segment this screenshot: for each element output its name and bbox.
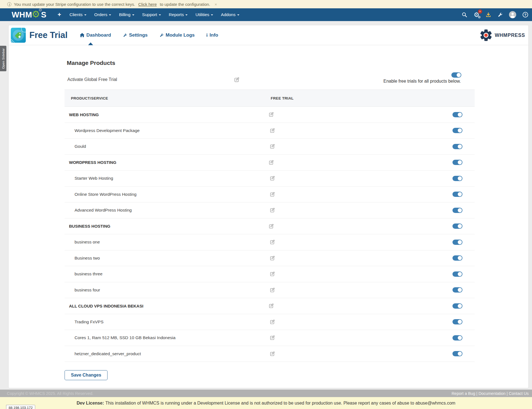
edit-icon[interactable] (270, 144, 275, 149)
column-free-trial: FREE TRIAL (271, 96, 294, 100)
edit-icon[interactable] (270, 287, 275, 293)
table-row: WORDPRESS HOSTING (65, 155, 475, 171)
wrench-icon[interactable] (497, 12, 503, 17)
module-tabs: Dashboard Settings Module Logs i Info (80, 32, 218, 38)
table-row: hetzner_dedicated_server_product (65, 346, 475, 362)
free-trial-toggle[interactable] (452, 351, 462, 356)
product-label: Starter Web Hosting (75, 176, 113, 181)
info-icon: i (206, 32, 208, 38)
menu-addons[interactable]: Addons (217, 8, 243, 21)
footer-link-documentation[interactable]: Documentation (479, 391, 506, 396)
edit-icon[interactable] (270, 255, 275, 261)
tab-settings[interactable]: Settings (123, 32, 148, 38)
module-header: Free Trial Dashboard Settings Module Log… (9, 25, 528, 45)
products-table: PRODUCT/SERVICE FREE TRIAL WEB HOSTING W… (65, 90, 475, 362)
free-trial-toggle[interactable] (452, 160, 462, 165)
product-label: Advanced WordPress Hosting (75, 208, 132, 213)
global-toggle-note: Enable free trials for all products belo… (383, 79, 461, 84)
table-row: business three (65, 266, 475, 282)
free-trial-toggle[interactable] (452, 128, 462, 133)
edit-icon[interactable] (270, 176, 275, 181)
save-changes-button[interactable]: Save Changes (65, 370, 108, 380)
table-header: PRODUCT/SERVICE FREE TRIAL (65, 90, 475, 107)
help-icon[interactable]: ? (523, 12, 528, 17)
download-icon[interactable] (486, 12, 491, 17)
table-row: ALL CLOUD VPS INDONESIA BEKASI (65, 298, 475, 314)
open-sidebar-tab[interactable]: Open Sidebar (0, 46, 6, 71)
edit-icon[interactable] (234, 77, 240, 84)
automation-status-icon[interactable]: ⚙ ⚙ × (474, 12, 479, 18)
menu-billing[interactable]: Billing (115, 8, 138, 21)
footer-links: Report a Bug | Documentation | Contact U… (452, 391, 529, 396)
tag-icon (14, 31, 22, 39)
tab-dashboard[interactable]: Dashboard (80, 32, 111, 38)
edit-icon[interactable] (270, 271, 275, 277)
caret-down-icon (159, 14, 161, 16)
edit-icon[interactable] (270, 335, 275, 341)
table-row: business four (65, 282, 475, 298)
whmpress-gear-icon (480, 29, 492, 42)
free-trial-toggle[interactable] (452, 271, 462, 277)
product-label: business four (75, 288, 100, 293)
search-icon[interactable] (462, 12, 467, 17)
menu-reports[interactable]: Reports (165, 8, 191, 21)
product-label: Cores 1, Ram 512 MB, SSD 10 GB Bekasi In… (75, 335, 175, 340)
edit-icon[interactable] (270, 207, 275, 213)
edit-icon[interactable] (270, 192, 275, 197)
quick-add-icon[interactable]: + (58, 11, 61, 18)
global-free-trial-toggle[interactable] (451, 72, 461, 78)
edit-icon[interactable] (270, 128, 275, 133)
product-label: business one (75, 240, 100, 245)
dev-license-text: This installation of WHMCS is running un… (105, 401, 455, 406)
free-trial-toggle[interactable] (452, 303, 462, 309)
whmpress-logo[interactable]: WHMPRESS (480, 29, 525, 42)
free-trial-toggle[interactable] (452, 144, 462, 149)
edit-icon[interactable] (268, 223, 274, 229)
edit-icon[interactable] (268, 112, 274, 117)
tab-info[interactable]: i Info (206, 32, 218, 38)
free-trial-toggle[interactable] (452, 319, 462, 324)
free-trial-toggle[interactable] (452, 208, 462, 213)
menu-orders[interactable]: Orders (90, 8, 115, 21)
table-row: Starter Web Hosting (65, 171, 475, 187)
edit-icon[interactable] (270, 239, 275, 245)
footer-link-contact-us[interactable]: Contact Us (509, 391, 529, 396)
active-tab-caret (88, 42, 93, 45)
edit-icon[interactable] (268, 303, 274, 309)
home-icon (80, 33, 85, 37)
menu-utilities[interactable]: Utilities (191, 8, 217, 21)
free-trial-toggle[interactable] (452, 335, 462, 341)
user-avatar[interactable] (509, 11, 516, 18)
whmcs-logo[interactable]: WHM⚙⚙S (12, 10, 47, 19)
edit-icon[interactable] (268, 160, 274, 165)
menu-clients[interactable]: Clients (66, 8, 90, 21)
caret-down-icon (237, 14, 239, 16)
caret-down-icon (211, 14, 213, 16)
caret-down-icon (109, 14, 111, 16)
free-trial-toggle[interactable] (452, 223, 462, 229)
click-here-link[interactable]: Click here (138, 2, 157, 7)
free-trial-toggle[interactable] (452, 176, 462, 181)
footer-link-report-a-bug[interactable]: Report a Bug (452, 391, 475, 396)
free-trial-toggle[interactable] (452, 112, 462, 117)
table-body: WEB HOSTING Wordpress Development Packag… (65, 107, 475, 362)
dismiss-alert-icon[interactable]: × (215, 2, 217, 7)
admin-navbar: WHM⚙⚙S + Clients Orders Billing Support … (0, 8, 532, 21)
table-row: Trading FxVPS (65, 314, 475, 330)
table-row: Business two (65, 250, 475, 266)
free-trial-toggle[interactable] (452, 287, 462, 293)
product-label: Business two (75, 256, 100, 261)
product-label: BUSINESS HOSTING (69, 224, 110, 228)
free-trial-toggle[interactable] (452, 192, 462, 197)
edit-icon[interactable] (270, 351, 275, 357)
edit-icon[interactable] (270, 319, 275, 325)
menu-support[interactable]: Support (138, 8, 165, 21)
copyright-text: Copyright © WHMCS 2025. All Rights Reser… (7, 391, 93, 396)
dev-license-bar: Dev License: This installation of WHMCS … (0, 397, 532, 409)
free-trial-toggle[interactable] (452, 255, 462, 261)
product-label: WORDPRESS HOSTING (69, 160, 116, 165)
product-label: Wordpress Development Package (75, 128, 140, 133)
table-row: BUSINESS HOSTING (65, 219, 475, 235)
tab-module-logs[interactable]: Module Logs (159, 32, 195, 38)
free-trial-toggle[interactable] (452, 240, 462, 245)
